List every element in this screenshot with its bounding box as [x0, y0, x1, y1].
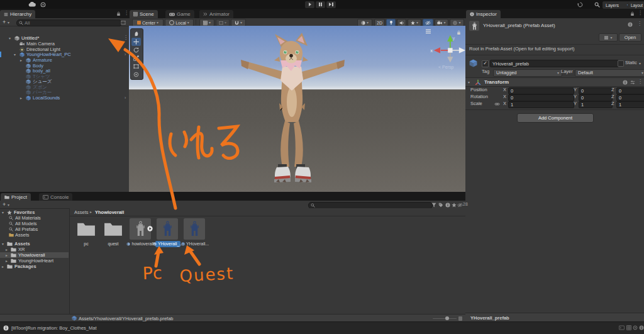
rotation-z-field[interactable]: 0: [616, 94, 644, 101]
cloud-icon[interactable]: [28, 2, 36, 7]
component-foldout-icon[interactable]: ▾: [468, 81, 470, 84]
layer-dropdown[interactable]: Default▾: [575, 69, 644, 77]
search-by-type-icon[interactable]: [431, 203, 436, 208]
play-button[interactable]: [305, 1, 314, 8]
status-corner-icon-1[interactable]: [619, 325, 625, 330]
hierarchy-search-input[interactable]: [25, 20, 119, 26]
status-corner-icon-2[interactable]: [626, 325, 631, 330]
caret-expanded-icon[interactable]: ▾: [9, 36, 11, 40]
folder-item-thumb[interactable]: [103, 218, 124, 240]
position-y-field[interactable]: 0: [579, 87, 613, 94]
expand-play-badge[interactable]: [147, 226, 153, 231]
status-corner-icon-3[interactable]: [633, 325, 638, 330]
hierarchy-row[interactable]: body_all: [0, 68, 128, 74]
scene-viewport[interactable]: x y < Persp: [129, 26, 465, 192]
prefab-overrides-dropdown[interactable]: ▾: [599, 33, 618, 42]
save-search-icon[interactable]: [452, 203, 457, 208]
zoom-slider-track[interactable]: [433, 318, 457, 320]
hand-tool[interactable]: [131, 30, 141, 38]
tag-dropdown[interactable]: Untagged▾: [493, 69, 562, 77]
hierarchy-row[interactable]: ▸ Armature: [0, 57, 128, 63]
prefab-open-arrow[interactable]: ›: [125, 52, 126, 57]
panel-menu-icon[interactable]: ⋮: [124, 11, 129, 16]
prefab-item-thumb-selected[interactable]: [157, 218, 178, 240]
tab-hierarchy[interactable]: Hierarchy: [0, 10, 35, 18]
rotation-x-field[interactable]: 0: [508, 94, 574, 101]
add-component-button[interactable]: Add Component: [517, 113, 594, 123]
zoom-slider-handle[interactable]: [445, 316, 449, 320]
open-prefab-button[interactable]: Open: [619, 33, 641, 42]
favorite-row[interactable]: Assets: [0, 232, 69, 238]
favorite-row[interactable]: All Materials: [0, 215, 69, 221]
caret-expanded-icon[interactable]: ▾: [2, 211, 4, 214]
search-options-icon[interactable]: [121, 20, 126, 25]
active-checkbox[interactable]: ✓: [482, 60, 489, 67]
layout-dropdown[interactable]: Layout▾: [628, 1, 644, 9]
assets-root-row[interactable]: ▾ Assets: [0, 241, 69, 247]
scale-z-field[interactable]: 1: [616, 101, 644, 108]
transform-header[interactable]: ▾ Transform ⋮: [465, 77, 644, 87]
caret-collapsed-icon[interactable]: ▸: [6, 253, 8, 257]
folder-row[interactable]: ▸ YoungHowlHeart: [0, 258, 69, 264]
tab-game[interactable]: Game: [165, 10, 194, 18]
folder-item-thumb[interactable]: [75, 218, 97, 240]
projection-label[interactable]: < Persp: [438, 65, 453, 69]
breadcrumb-current[interactable]: Yhowloverall: [95, 209, 124, 215]
overlay-menu-icon[interactable]: [425, 29, 431, 34]
hierarchy-row-prefab-root[interactable]: ▾ YoungHowlHeart_PC ›: [0, 52, 128, 57]
gear-icon[interactable]: [40, 2, 46, 8]
caret-collapsed-icon[interactable]: ▸: [20, 96, 22, 100]
project-search-input[interactable]: [316, 203, 430, 208]
caret-collapsed-icon[interactable]: ▸: [6, 259, 8, 263]
inspector-preview-header[interactable]: YHoverall_prefab: [465, 313, 644, 322]
move-tool[interactable]: [131, 38, 141, 46]
hierarchy-row[interactable]: Main Camera: [0, 41, 128, 47]
position-z-field[interactable]: 0: [616, 87, 644, 94]
item-label[interactable]: howloverall: [126, 241, 155, 247]
scale-x-field[interactable]: 1: [508, 101, 574, 108]
project-search-field[interactable]: [308, 202, 433, 209]
console-message-icon[interactable]: [3, 325, 9, 331]
header-menu-icon[interactable]: ⋮: [637, 21, 642, 26]
info-icon[interactable]: [445, 203, 450, 208]
item-label[interactable]: YHoverall...: [182, 241, 208, 247]
packages-root-row[interactable]: ▸ Packages: [0, 264, 69, 269]
help-icon[interactable]: [628, 22, 633, 27]
create-button[interactable]: +: [3, 19, 6, 26]
favorite-row[interactable]: All Models: [0, 221, 69, 226]
rect-tool[interactable]: [131, 62, 141, 70]
breadcrumb-root[interactable]: Assets: [74, 209, 89, 215]
panel-menu-icon[interactable]: ⋮: [638, 11, 643, 16]
prefab-item-thumb[interactable]: [184, 218, 205, 240]
help-icon[interactable]: [623, 80, 628, 85]
scale-y-field[interactable]: 1: [579, 101, 613, 108]
hierarchy-row-prefab[interactable]: ▸ LocalSounds ›: [0, 95, 128, 101]
static-checkbox[interactable]: [618, 60, 624, 67]
transform-tool[interactable]: [131, 70, 141, 79]
prefab-open-arrow[interactable]: ›: [125, 95, 126, 101]
caret-collapsed-icon[interactable]: ▸: [6, 248, 8, 252]
lock-icon[interactable]: [116, 11, 121, 16]
item-label-selected[interactable]: YHoverall_...: [155, 241, 180, 247]
project-content-grid[interactable]: pc quest howloverall YHoverall_... YH: [70, 216, 465, 314]
position-x-field[interactable]: 0: [508, 87, 574, 94]
favorites-header-row[interactable]: ▾ Favorites: [0, 209, 69, 215]
item-label[interactable]: pc: [75, 241, 97, 247]
item-label[interactable]: quest: [103, 241, 124, 247]
search-icon[interactable]: [594, 2, 600, 8]
step-button[interactable]: [326, 1, 336, 8]
status-message[interactable]: [lilToon]Run migration: Boy_Clothes_Mat: [11, 325, 96, 331]
create-button[interactable]: +: [3, 201, 6, 208]
folder-row-selected[interactable]: ▸ Yhowloverall: [0, 252, 69, 258]
constrain-proportions-icon[interactable]: [494, 101, 500, 107]
caret-expanded-icon[interactable]: ▾: [2, 242, 4, 246]
static-dropdown-icon[interactable]: ▾: [639, 62, 641, 65]
component-menu-icon[interactable]: ⋮: [638, 79, 643, 84]
hierarchy-row[interactable]: シューズ: [0, 79, 128, 84]
hierarchy-row-disabled[interactable]: パーカー: [0, 89, 128, 95]
create-dropdown-icon[interactable]: ▾: [8, 21, 9, 25]
favorite-row[interactable]: All Prefabs: [0, 226, 69, 232]
presets-icon[interactable]: [630, 80, 635, 85]
search-by-label-icon[interactable]: [438, 203, 443, 208]
tab-inspector[interactable]: Inspector: [466, 10, 501, 18]
